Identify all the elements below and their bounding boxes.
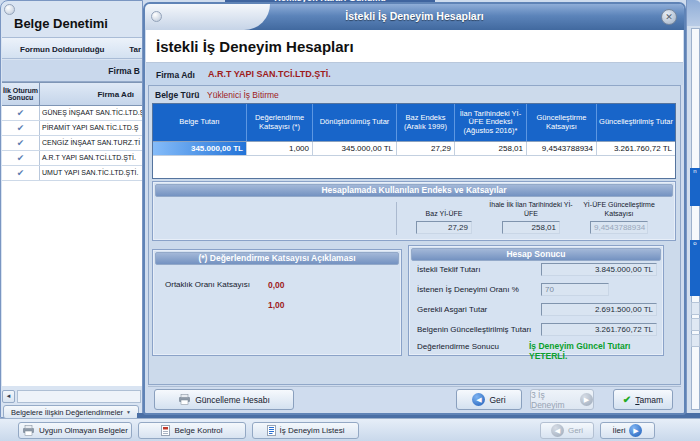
col-firma-adi: Firma Adı <box>40 83 142 105</box>
ihale-ilan-yiufe-field: İhale İlk İlan Tarihindeki Yİ-ÜFE 258,01 <box>489 198 573 234</box>
table-row[interactable]: ✔ A.R.T YAPI SAN.TCİ.LTD.ŞTİ. <box>2 151 142 166</box>
degerlendirme-sonucu-value: İş Deneyim Güncel Tutarı YETERLİ. <box>529 341 663 361</box>
button-label: 3 İş Deneyim <box>531 390 576 410</box>
firma-band-header: Firma B <box>2 60 142 82</box>
firma-adi-label: Firma Adı <box>156 70 195 80</box>
col-ilk-oturum-sonucu: İlk Oturum Sonucu <box>2 83 40 105</box>
vertical-scrollbar[interactable] <box>691 28 700 410</box>
clipped-header-fragment: o <box>690 240 700 296</box>
teklif-tutari-input[interactable]: 3.845.000,00 TL <box>541 263 657 276</box>
clipped-header-fragment: n <box>690 168 700 206</box>
baz-yiufe-input[interactable]: 27,29 <box>416 221 472 234</box>
background-window-sliver: n o <box>686 0 700 418</box>
belge-denetimi-title: Belge Denetimi <box>14 16 108 31</box>
hesap-sonucu-groupbox: Hesap Sonucu İstekli Teklif Tutarı 3.845… <box>408 245 664 356</box>
guncelleme-hesabi-button[interactable]: Güncelleme Hesabı <box>154 389 294 410</box>
asgari-tutar-input[interactable]: 2.691.500,00 TL <box>541 303 657 316</box>
endeks-groupbox: Hesaplamada Kullanılan Endeks ve Katsayı… <box>152 181 676 241</box>
col-guncellestirme-katsayisi: Güncelleştirme Katsayısı <box>527 104 597 141</box>
page-title: İstekli İş Deneyim Hesapları <box>156 38 354 55</box>
col-donusturulmus-tutar: Dönüştürülmüş Tutar <box>313 104 397 141</box>
ortaklik-orani-value-2: 1,00 <box>268 300 285 310</box>
deneyim-orani-label: İstenen İş Deneyimi Oranı % <box>417 285 519 294</box>
cell-degerlendirme-katsayisi[interactable]: 1,000 <box>247 142 313 155</box>
firma-name: A.R.T YAPI SAN.TCİ.LTD.ŞTİ. <box>40 151 142 165</box>
dialog-content-panel: Belge Türü Yüklenici İş Bitirme Belge Tu… <box>148 85 681 385</box>
firma-name: GÜNEŞ İNŞAAT SAN.TİC.LTD.Ş <box>40 106 142 120</box>
guncellestirme-katsayisi-label: Yİ-ÜFE Güncelleştirme Katsayısı <box>577 198 661 218</box>
form-filled-label: Formun Doldurulduğu <box>20 45 104 54</box>
firma-list-table: İlk Oturum Sonucu Firma Adı ✔ GÜNEŞ İNŞA… <box>2 82 142 386</box>
table-row[interactable]: ✔ UMUT YAPI SAN.TİC.LTD.ŞTİ. <box>2 166 142 181</box>
button-label: Güncelleme Hesabı <box>195 395 270 405</box>
table-row[interactable]: ✔ GÜNEŞ İNŞAAT SAN.TİC.LTD.Ş <box>2 106 142 121</box>
firma-table-header: İlk Oturum Sonucu Firma Adı <box>2 83 142 106</box>
ortaklik-orani-label: Ortaklık Oranı Katsayısı <box>165 280 250 289</box>
dialog-button-row: Güncelleme Hesabı ◀ Geri 3 İş Deneyim ▶ … <box>148 386 681 410</box>
firma-adi-row: Firma Adı A.R.T YAPI SAN.TCİ.LTD.ŞTİ. <box>146 63 683 85</box>
uygun-olmayan-belgeler-button[interactable]: Uygun Olmayan Belgeler <box>18 422 132 439</box>
ihale-ilan-yiufe-input[interactable]: 258,01 <box>502 221 560 234</box>
form-filled-label-clipped: Tar <box>129 45 141 54</box>
belgelere-iliskin-degerlendirmeler-dropdown[interactable]: Belgelere İlişkin Değerlendirmeler ▼ <box>3 405 139 419</box>
check-icon: ✔ <box>2 106 40 120</box>
belge-kontrol-button[interactable]: Belge Kontrol <box>138 422 246 439</box>
is-deneyim-listesi-button[interactable]: İş Deneyim Listesi <box>252 422 359 439</box>
col-belge-tutari: Belge Tutarı <box>153 104 247 141</box>
belge-denetimi-window: Belge Denetimi Formun Doldurulduğu Tar F… <box>0 0 143 418</box>
hesap-sonucu-title: Hesap Sonucu <box>411 248 661 261</box>
check-icon: ✔ <box>2 136 40 150</box>
guncellestirme-katsayisi-field: Yİ-ÜFE Güncelleştirme Katsayısı 9,454378… <box>577 198 661 234</box>
belge-table-row[interactable]: 345.000,00 TL 1,000 345.000,00 TL 27,29 … <box>153 141 675 155</box>
table-row[interactable]: ✔ PİRAMİT YAPI SAN.TİC.LTD.Ş <box>2 121 142 136</box>
check-icon: ✔ <box>2 166 40 180</box>
geri-button[interactable]: ◀ Geri <box>456 389 522 410</box>
form-filled-header-row: Formun Doldurulduğu Tar <box>2 37 142 59</box>
baz-yiufe-label: Baz Yİ-ÜFE <box>403 198 485 218</box>
ileri-button[interactable]: İleri ▶ <box>600 422 655 439</box>
cell-donusturulmus-tutar[interactable]: 345.000,00 TL <box>313 142 397 155</box>
dialog-titlebar[interactable]: İstekli İş Deneyim Hesapları ✕ <box>145 4 684 30</box>
cell-baz-endeks[interactable]: 27,29 <box>397 142 455 155</box>
guncel-tutar-input[interactable]: 3.261.760,72 TL <box>541 323 657 336</box>
tamam-button[interactable]: ✔ Tamam <box>613 389 673 410</box>
printer-icon <box>178 394 191 405</box>
button-label: Geri <box>568 426 583 435</box>
firma-name: CENGİZ İNŞAAT SAN.TURZ.Tİ <box>40 136 142 150</box>
cell-guncellestirilmis-tutar[interactable]: 3.261.760,72 TL <box>597 142 675 155</box>
clipped-cell-fragment <box>691 302 700 315</box>
firma-name: UMUT YAPI SAN.TİC.LTD.ŞTİ. <box>40 166 142 180</box>
guncel-tutar-label: Belgenin Güncelleştirilmiş Tutarı <box>417 325 531 334</box>
scroll-left-arrow-icon[interactable]: ◄ <box>2 390 15 403</box>
button-label: Belge Kontrol <box>174 426 222 435</box>
clipped-cell-fragment <box>691 334 700 347</box>
scrollbar-track[interactable] <box>17 390 141 403</box>
horizontal-scrollbar[interactable]: ◄ <box>2 390 141 403</box>
istekli-is-deneyim-hesaplari-dialog: İstekli İş Deneyim Hesapları ✕ İstekli İ… <box>143 2 686 415</box>
col-ilan-tarihindeki-endeks: İlan Tarihindeki Yİ-ÜFE Endeksi (Ağustos… <box>455 104 527 141</box>
katsayi-group-title: (*) Değerlendirme Katsayısı Açıklaması <box>155 252 399 265</box>
table-row[interactable]: ✔ CENGİZ İNŞAAT SAN.TURZ.Tİ <box>2 136 142 151</box>
window-ornament-icon <box>4 4 15 15</box>
button-label: İleri <box>613 426 626 435</box>
bottom-toolbar: Uygun Olmayan Belgeler Belge Kontrol İş … <box>0 418 700 441</box>
katsayi-aciklama-groupbox: (*) Değerlendirme Katsayısı Açıklaması O… <box>152 249 402 356</box>
chevron-down-icon: ▼ <box>126 409 131 415</box>
cell-belge-tutari[interactable]: 345.000,00 TL <box>153 142 247 155</box>
close-icon[interactable]: ✕ <box>661 9 677 25</box>
belge-table-empty-row <box>153 155 675 178</box>
cell-guncellestirme-katsayisi[interactable]: 9,4543788934 <box>527 142 597 155</box>
geri-button-disabled[interactable]: ◀ Geri <box>540 422 594 439</box>
document-check-icon <box>161 425 170 436</box>
document-list-icon <box>267 425 276 436</box>
is-deneyim-button-disabled[interactable]: 3 İş Deneyim ▶ <box>530 389 594 410</box>
belge-turu-value: Yüklenici İş Bitirme <box>207 90 279 100</box>
background-window-corner <box>687 0 700 26</box>
deneyim-orani-input[interactable]: 70 <box>541 283 609 296</box>
col-guncellestirilmis-tutar: Güncelleştirilmiş Tutar <box>597 104 675 141</box>
button-label: Tamam <box>635 395 663 405</box>
button-label: Uygun Olmayan Belgeler <box>39 426 128 435</box>
check-icon: ✔ <box>2 151 40 165</box>
asgari-tutar-label: Gerekli Asgari Tutar <box>417 305 487 314</box>
cell-ilan-tarihindeki-endeks[interactable]: 258,01 <box>455 142 527 155</box>
